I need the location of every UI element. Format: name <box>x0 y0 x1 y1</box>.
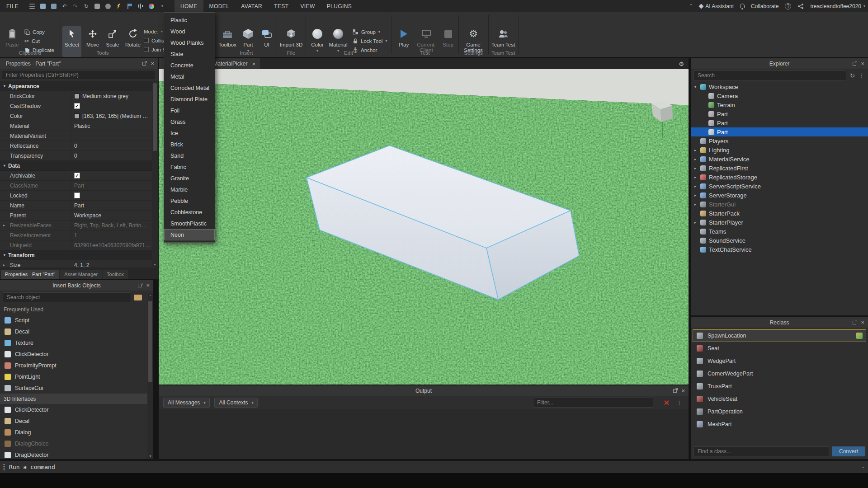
insert-object-item[interactable]: SurfaceGui <box>0 382 153 394</box>
section-appearance[interactable]: ▾Appearance <box>0 81 158 91</box>
tree-expand-arrow-icon[interactable]: ▸ <box>694 221 700 225</box>
property-row[interactable]: MaterialVariant <box>0 131 158 141</box>
insert-object-item[interactable]: ClickDetector <box>0 348 153 360</box>
explorer-tree-item[interactable]: ▸ ServerScriptService <box>691 182 868 191</box>
insert-object-item[interactable]: DragDetector <box>0 449 153 459</box>
section-transform[interactable]: ▾Transform <box>0 250 158 260</box>
property-value[interactable]: Plastic <box>74 123 90 129</box>
dock-tab[interactable]: Toolbox <box>103 270 128 279</box>
explorer-tree-item[interactable]: Part <box>691 118 868 127</box>
reclass-class-item[interactable]: Seat <box>693 342 866 355</box>
close-icon[interactable]: × <box>861 61 864 66</box>
property-value[interactable]: Workspace <box>74 212 101 219</box>
insert-object-item[interactable]: ClickDetector <box>0 404 153 415</box>
scroll-down-arrow-icon[interactable]: ▾ <box>147 454 153 458</box>
insert-search-input[interactable] <box>3 292 131 302</box>
tree-expand-arrow-icon[interactable]: ▸ <box>694 175 700 179</box>
collapse-ribbon-icon[interactable]: ⌃ <box>689 3 693 9</box>
section-data[interactable]: ▾Data <box>0 161 158 171</box>
material-menu-item[interactable]: Cobblestone <box>164 206 215 218</box>
material-menu-item[interactable]: Wood <box>164 26 215 37</box>
material-menu-item[interactable]: Foil <box>164 105 215 116</box>
join-surfaces-checkbox[interactable]: Join Surfaces <box>144 45 164 54</box>
tree-expand-arrow-icon[interactable]: ▸ <box>694 148 700 152</box>
property-row[interactable]: Parent Workspace <box>0 211 158 221</box>
cut-button[interactable]: ✂ Cut <box>24 37 40 45</box>
reclass-class-item[interactable]: VehicleSeat <box>693 393 866 405</box>
property-value[interactable]: Part <box>74 202 84 209</box>
ribbon-tab[interactable]: PLUGINS <box>321 0 358 12</box>
dock-tab[interactable]: Properties - Part "Part" <box>1 270 59 279</box>
tab-close-icon[interactable]: × <box>252 61 255 67</box>
command-bar[interactable]: Run a command ▾ <box>0 461 868 473</box>
undo-icon[interactable]: ↶ <box>61 3 68 9</box>
ai-assistant-button[interactable]: AI Assistant <box>699 3 734 9</box>
ribbon-tab[interactable]: HOME <box>175 0 203 12</box>
reclass-class-item[interactable]: SpawnLocation <box>693 329 866 342</box>
insert-object-item[interactable]: ProximityPrompt <box>0 360 153 371</box>
ribbon-tab[interactable]: AVATAR <box>235 0 268 12</box>
popout-icon[interactable] <box>138 284 142 287</box>
property-value[interactable]: 632901ee10a06307090fa971… <box>74 242 151 249</box>
ribbon-tab[interactable]: VIEW <box>294 0 321 12</box>
property-row[interactable]: Archivable <box>0 171 158 181</box>
analytics-icon[interactable] <box>137 3 144 9</box>
contexts-filter-dropdown[interactable]: All Contexts ▾ <box>214 398 258 408</box>
explorer-tree-item[interactable]: Camera <box>691 91 868 100</box>
tree-expand-arrow-icon[interactable]: ▸ <box>694 157 700 161</box>
property-row[interactable]: UniqueId 632901ee10a06307090fa971… <box>0 240 158 250</box>
reclass-class-item[interactable]: WedgePart <box>693 355 866 367</box>
property-row[interactable]: Material Plastic <box>0 121 158 131</box>
explorer-tree-item[interactable]: ▾ Workspace <box>691 82 868 91</box>
video-record-icon[interactable] <box>104 3 111 9</box>
explorer-tree-item[interactable]: SoundService <box>691 236 868 245</box>
property-row[interactable]: ▸Size 4, 1, 2 <box>0 260 158 267</box>
material-menu-item[interactable]: Plastic <box>164 14 215 26</box>
material-menu-item[interactable]: Neon <box>164 229 215 240</box>
material-menu-item[interactable]: Sand <box>164 150 215 161</box>
property-row[interactable]: CastShadow <box>0 101 158 111</box>
property-value[interactable]: Right, Top, Back, Left, Botto… <box>74 222 147 229</box>
scroll-up-arrow-icon[interactable]: ⌃ <box>147 295 153 299</box>
messages-filter-dropdown[interactable]: All Messages ▾ <box>163 398 210 408</box>
explorer-options-kebab-icon[interactable]: ⋮ <box>859 72 864 79</box>
reclass-class-item[interactable]: PartOperation <box>693 405 866 418</box>
tree-expand-arrow-icon[interactable]: ▸ <box>694 166 700 170</box>
property-value[interactable]: [163, 162, 165] (Medium … <box>82 113 148 119</box>
popout-icon[interactable] <box>142 62 146 66</box>
command-bar-text[interactable]: Run a command <box>9 464 55 470</box>
tree-expand-arrow-icon[interactable]: ▾ <box>694 85 700 89</box>
image-mode-icon[interactable] <box>134 295 142 300</box>
palette-icon[interactable] <box>148 3 155 9</box>
material-menu-item[interactable]: Marble <box>164 184 215 195</box>
notifications-bell-icon[interactable] <box>740 4 745 8</box>
property-value[interactable]: 0 <box>74 143 77 149</box>
explorer-search-input[interactable] <box>693 70 846 80</box>
popout-icon[interactable] <box>673 389 677 393</box>
insert-object-item[interactable]: Decal <box>0 326 153 337</box>
publish-icon[interactable] <box>50 3 57 9</box>
reclass-class-item[interactable]: MeshPart <box>693 418 866 431</box>
3d-interfaces-header[interactable]: 3D Interfaces <box>0 394 153 404</box>
property-row[interactable]: Reflectance 0 <box>0 141 158 151</box>
account-menu[interactable]: treacleandtoffee2020▾ <box>810 3 865 9</box>
explorer-tree-item[interactable]: Part <box>691 109 868 118</box>
file-menu[interactable]: FILE <box>0 0 25 12</box>
insert-object-item[interactable]: Texture <box>0 337 153 348</box>
insert-object-item[interactable]: DialogChoice <box>0 438 153 449</box>
close-icon[interactable]: × <box>146 282 150 288</box>
material-menu-item[interactable]: Ice <box>164 127 215 139</box>
explorer-tree-item[interactable]: Part <box>691 127 868 136</box>
toolbar-overflow-caret-icon[interactable]: ▾ <box>159 3 165 9</box>
history-icon[interactable]: ↻ <box>83 3 90 9</box>
property-row[interactable]: Locked <box>0 191 158 201</box>
property-row[interactable]: ▸ResizeableFaces Right, Top, Back, Left,… <box>0 221 158 230</box>
property-row[interactable]: Transparency 0 <box>0 151 158 161</box>
material-menu-item[interactable]: Granite <box>164 173 215 184</box>
close-icon[interactable]: × <box>861 319 864 325</box>
share-icon[interactable] <box>797 3 804 9</box>
insert-object-item[interactable]: Dialog <box>0 427 153 438</box>
material-menu-item[interactable]: Grass <box>164 116 215 127</box>
convert-button[interactable]: Convert <box>832 446 865 456</box>
menu-grid-icon[interactable] <box>28 3 35 9</box>
